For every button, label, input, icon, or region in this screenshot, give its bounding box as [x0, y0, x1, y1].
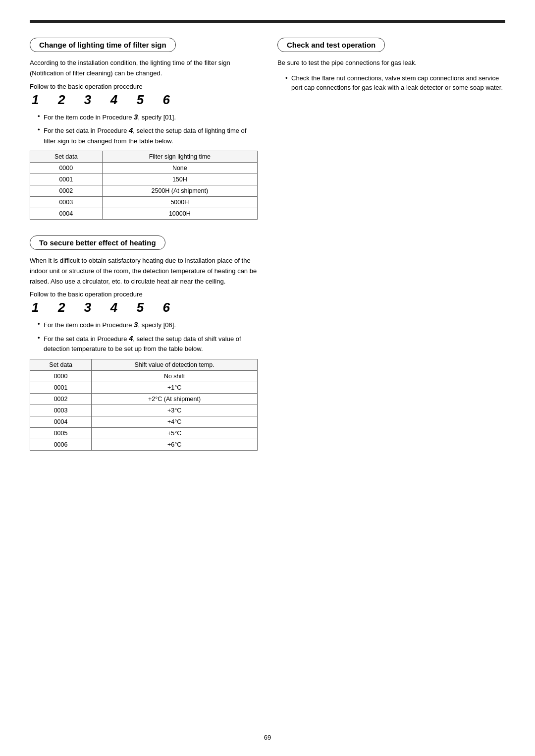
- set-data: 0003: [30, 197, 103, 208]
- section-heating: To secure better effect of heating When …: [30, 235, 258, 451]
- table-row: 0002 +2°C (At shipment): [30, 393, 258, 405]
- set-data: 0005: [30, 427, 92, 439]
- lighting-table-header-1: Set data: [30, 151, 103, 163]
- filter-time: 2500H (At shipment): [102, 185, 257, 197]
- shift-value: +5°C: [92, 427, 258, 439]
- page: Change of lighting time of filter sign A…: [0, 0, 535, 756]
- filter-time: 10000H: [102, 208, 257, 220]
- step-5: 5: [137, 92, 148, 107]
- step-3: 3: [84, 92, 95, 107]
- table-row: 0003 5000H: [30, 197, 258, 208]
- lighting-bullet-2: For the set data in Procedure 4, select …: [38, 125, 258, 146]
- section-lighting: Change of lighting time of filter sign A…: [30, 38, 258, 220]
- table-row: 0004 10000H: [30, 208, 258, 220]
- heating-table: Set data Shift value of detection temp. …: [30, 359, 258, 451]
- table-row: 0002 2500H (At shipment): [30, 185, 258, 197]
- set-data: 0003: [30, 405, 92, 416]
- set-data: 0002: [30, 393, 92, 405]
- procedure-steps-1: 1 2 3 4 5 6: [32, 92, 258, 108]
- step-2: 2: [58, 92, 69, 107]
- check-bullets: Check the flare nut connections, valve s…: [285, 73, 505, 93]
- heating-table-header-1: Set data: [30, 359, 92, 370]
- set-data: 0000: [30, 163, 103, 174]
- section-heating-title: To secure better effect of heating: [30, 235, 165, 250]
- section-lighting-desc: According to the installation condition,…: [30, 58, 258, 79]
- step-1: 1: [32, 92, 43, 107]
- table-row: 0004 +4°C: [30, 416, 258, 427]
- procedure-label-2: Follow to the basic operation procedure: [30, 291, 258, 298]
- heating-bullet-2: For the set data in Procedure 4, select …: [38, 333, 258, 354]
- shift-value: +3°C: [92, 405, 258, 416]
- right-column: Check and test operation Be sure to test…: [277, 38, 505, 451]
- set-data: 0002: [30, 185, 103, 197]
- procedure-steps-2: 1 2 3 4 5 6: [32, 300, 258, 315]
- set-data: 0006: [30, 439, 92, 450]
- top-bar: [30, 20, 505, 23]
- step-5: 5: [137, 300, 148, 315]
- main-content: Change of lighting time of filter sign A…: [30, 38, 505, 451]
- section-check-title: Check and test operation: [277, 38, 385, 52]
- shift-value: +6°C: [92, 439, 258, 450]
- set-data: 0004: [30, 416, 92, 427]
- shift-value: +4°C: [92, 416, 258, 427]
- table-row: 0001 +1°C: [30, 382, 258, 393]
- lighting-bullets: For the item code in Procedure 3, specif…: [38, 112, 258, 146]
- lighting-bullet-1: For the item code in Procedure 3, specif…: [38, 112, 258, 123]
- set-data: 0001: [30, 382, 92, 393]
- shift-value: No shift: [92, 370, 258, 382]
- section-check: Check and test operation Be sure to test…: [277, 38, 505, 93]
- section-check-desc: Be sure to test the pipe connections for…: [277, 58, 505, 68]
- table-row: 0001 150H: [30, 174, 258, 185]
- lighting-table: Set data Filter sign lighting time 0000 …: [30, 151, 258, 220]
- filter-time: None: [102, 163, 257, 174]
- step-4: 4: [110, 92, 121, 107]
- procedure-label-1: Follow to the basic operation procedure: [30, 83, 258, 90]
- step-6: 6: [163, 300, 174, 315]
- filter-time: 5000H: [102, 197, 257, 208]
- shift-value: +2°C (At shipment): [92, 393, 258, 405]
- table-row: 0006 +6°C: [30, 439, 258, 450]
- set-data: 0000: [30, 370, 92, 382]
- table-row: 0005 +5°C: [30, 427, 258, 439]
- step-1: 1: [32, 300, 43, 315]
- page-number: 69: [264, 734, 271, 741]
- heating-bullet-1: For the item code in Procedure 3, specif…: [38, 319, 258, 331]
- set-data: 0001: [30, 174, 103, 185]
- set-data: 0004: [30, 208, 103, 220]
- table-row: 0000 No shift: [30, 370, 258, 382]
- heating-bullets: For the item code in Procedure 3, specif…: [38, 319, 258, 354]
- shift-value: +1°C: [92, 382, 258, 393]
- check-bullet-1: Check the flare nut connections, valve s…: [285, 73, 505, 93]
- step-2: 2: [58, 300, 69, 315]
- step-6: 6: [163, 92, 174, 107]
- heating-table-header-2: Shift value of detection temp.: [92, 359, 258, 370]
- section-heating-desc: When it is difficult to obtain satisfact…: [30, 256, 258, 287]
- table-row: 0003 +3°C: [30, 405, 258, 416]
- step-3: 3: [84, 300, 95, 315]
- table-row: 0000 None: [30, 163, 258, 174]
- section-lighting-title: Change of lighting time of filter sign: [30, 38, 176, 52]
- left-column: Change of lighting time of filter sign A…: [30, 38, 258, 451]
- lighting-table-header-2: Filter sign lighting time: [102, 151, 257, 163]
- filter-time: 150H: [102, 174, 257, 185]
- step-4: 4: [110, 300, 121, 315]
